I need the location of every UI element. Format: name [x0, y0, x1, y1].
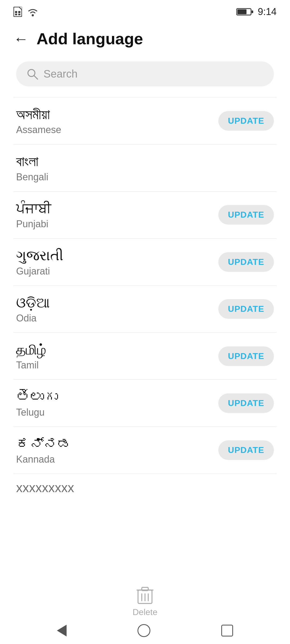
- status-icons: [13, 7, 39, 17]
- search-container: Search: [0, 53, 290, 97]
- update-button-7[interactable]: UPDATE: [218, 440, 274, 460]
- trash-icon: [136, 586, 154, 605]
- bottom-action-bar: Delete: [0, 586, 290, 617]
- svg-rect-5: [15, 14, 17, 15]
- language-native-3: ગુજરાતી: [16, 247, 63, 264]
- language-english-5: Tamil: [16, 360, 46, 371]
- language-english-1: Bengali: [16, 171, 48, 183]
- status-bar: 9:14: [0, 0, 290, 21]
- battery-icon: [236, 8, 253, 16]
- language-native-6: తెలుగు: [16, 388, 58, 405]
- language-item[interactable]: বাংলাBengali: [0, 144, 290, 191]
- update-button-4[interactable]: UPDATE: [218, 299, 274, 319]
- page-header: ← Add language: [0, 21, 290, 53]
- back-button[interactable]: ←: [13, 30, 28, 47]
- svg-rect-4: [18, 11, 20, 13]
- svg-line-12: [34, 76, 38, 79]
- sim-icon: [13, 7, 22, 17]
- language-item[interactable]: தமிழ்TamilUPDATE: [0, 333, 290, 379]
- navigation-bar: [0, 617, 290, 644]
- language-item[interactable]: ଓଡ଼ିଆOdiaUPDATE: [0, 286, 290, 332]
- delete-button[interactable]: Delete: [133, 586, 158, 617]
- update-button-5[interactable]: UPDATE: [218, 346, 274, 366]
- time-display: 9:14: [258, 6, 277, 17]
- language-native-7: ಕನ್ನಡ: [16, 436, 71, 452]
- language-english-0: Assamese: [16, 124, 61, 136]
- language-item[interactable]: ಕನ್ನಡKannadaUPDATE: [0, 427, 290, 474]
- language-item[interactable]: ਪੰਜਾਬੀPunjabiUPDATE: [0, 192, 290, 238]
- svg-rect-6: [18, 14, 20, 15]
- page-title: Add language: [37, 30, 143, 48]
- language-item[interactable]: অসমীয়াAssameseUPDATE: [0, 97, 290, 144]
- svg-rect-9: [237, 9, 247, 14]
- svg-point-7: [32, 14, 34, 16]
- svg-rect-10: [252, 10, 253, 13]
- language-english-4: Odia: [16, 313, 50, 324]
- partial-native: xxxxxxxxx: [16, 480, 74, 495]
- language-english-3: Gujarati: [16, 266, 63, 277]
- update-button-0[interactable]: UPDATE: [218, 111, 274, 131]
- update-button-6[interactable]: UPDATE: [218, 393, 274, 413]
- language-native-2: ਪੰਜਾਬੀ: [16, 200, 51, 217]
- delete-label: Delete: [133, 607, 158, 617]
- nav-home-icon: [137, 624, 150, 637]
- language-english-6: Telugu: [16, 407, 58, 418]
- nav-back-button[interactable]: [57, 625, 67, 636]
- svg-rect-3: [15, 11, 17, 13]
- language-item[interactable]: తెలుగుTeluguUPDATE: [0, 380, 290, 426]
- status-right: 9:14: [236, 6, 277, 17]
- language-english-7: Kannada: [16, 454, 71, 465]
- language-list: অসমীয়াAssameseUPDATEবাংলাBengaliਪੰਜਾਬੀP…: [0, 97, 290, 474]
- search-icon: [27, 68, 38, 80]
- language-item-partial[interactable]: xxxxxxxxx: [0, 474, 290, 495]
- language-item[interactable]: ગુજરાતીGujaratiUPDATE: [0, 239, 290, 285]
- nav-recents-icon: [221, 625, 233, 636]
- wifi-icon: [27, 7, 39, 17]
- search-bar[interactable]: Search: [16, 61, 274, 86]
- nav-back-icon: [57, 625, 67, 636]
- language-native-1: বাংলা: [16, 153, 48, 170]
- language-english-2: Punjabi: [16, 218, 51, 230]
- update-button-2[interactable]: UPDATE: [218, 205, 274, 225]
- nav-home-button[interactable]: [137, 624, 150, 637]
- language-native-5: தமிழ்: [16, 341, 46, 358]
- language-native-4: ଓଡ଼ିଆ: [16, 294, 50, 311]
- nav-recents-button[interactable]: [221, 625, 233, 636]
- language-native-0: অসমীয়া: [16, 106, 61, 123]
- update-button-3[interactable]: UPDATE: [218, 252, 274, 272]
- search-placeholder: Search: [44, 68, 78, 80]
